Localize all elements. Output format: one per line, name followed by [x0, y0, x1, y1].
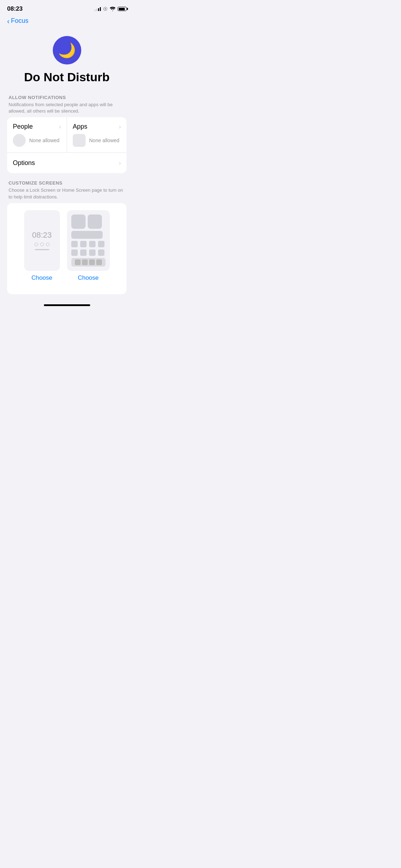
home-small-icon-6	[80, 249, 87, 256]
home-small-icon-7	[89, 249, 96, 256]
options-chevron-icon: ›	[119, 160, 121, 166]
home-icons-grid-2	[71, 249, 106, 256]
status-time: 08:23	[7, 5, 22, 12]
nav-bar: ‹ Focus	[0, 16, 134, 29]
screens-card: 08:23 Choose	[7, 203, 127, 294]
apps-chevron-icon: ›	[119, 124, 121, 130]
status-icons: ☉	[94, 6, 127, 12]
home-small-icon-5	[71, 249, 78, 256]
apps-info: None allowed	[73, 134, 121, 147]
dnd-title: Do Not Disturb	[24, 70, 110, 84]
lock-screen-preview-container: 08:23 Choose	[24, 210, 60, 281]
allow-notifications-title: ALLOW NOTIFICATIONS	[9, 95, 125, 100]
lock-screen-preview: 08:23	[24, 210, 60, 271]
home-small-icon-8	[98, 249, 104, 256]
back-label: Focus	[11, 17, 29, 25]
lock-line	[35, 249, 49, 250]
home-screen-preview	[67, 210, 110, 271]
home-icon-wide	[71, 231, 103, 239]
apps-label: Apps	[73, 123, 87, 130]
lock-time-display: 08:23	[32, 231, 52, 240]
home-screen-preview-container: Choose	[67, 210, 110, 281]
apps-cell-header: Apps ›	[73, 123, 121, 130]
notifications-row-split: People › None allowed Apps › None allowe…	[7, 117, 127, 153]
dnd-icon-container: 🌙	[53, 36, 81, 64]
apps-cell[interactable]: Apps › None allowed	[67, 117, 127, 153]
wifi-icon	[110, 7, 115, 11]
home-icons-grid-1	[71, 241, 106, 247]
apps-avatar	[73, 134, 86, 147]
content: ALLOW NOTIFICATIONS Notifications from s…	[0, 95, 134, 294]
dock-icon-2	[82, 259, 88, 265]
people-description: None allowed	[29, 138, 60, 143]
home-icon-large-2	[88, 215, 102, 229]
lock-dots	[35, 243, 50, 246]
back-button[interactable]: ‹ Focus	[7, 17, 29, 25]
apps-description: None allowed	[89, 138, 119, 143]
home-top-icons	[71, 215, 106, 229]
moon-icon: 🌙	[58, 42, 76, 59]
home-small-icon-1	[71, 241, 78, 247]
allow-notifications-subtitle: Notifications from selected people and a…	[9, 102, 125, 114]
customize-screens-title: CUSTOMIZE SCREENS	[9, 180, 125, 186]
dock-icon-4	[96, 259, 102, 265]
dock-icon-3	[89, 259, 95, 265]
people-cell-header: People ›	[13, 123, 61, 130]
header-section: 🌙 Do Not Disturb	[0, 29, 134, 95]
home-bar	[44, 304, 90, 306]
dock-icon-1	[75, 259, 81, 265]
options-label: Options	[13, 159, 35, 167]
home-small-icon-2	[80, 241, 87, 247]
notifications-card: People › None allowed Apps › None allowe…	[7, 117, 127, 173]
people-cell[interactable]: People › None allowed	[7, 117, 67, 153]
lock-screen-choose-button[interactable]: Choose	[31, 274, 52, 281]
home-small-icon-4	[98, 241, 104, 247]
customize-screens-section-header: CUSTOMIZE SCREENS Choose a Lock Screen o…	[7, 180, 127, 203]
status-bar: 08:23 ☉	[0, 0, 134, 16]
people-avatar	[13, 134, 26, 147]
home-dock	[71, 258, 106, 267]
lock-dot-1	[35, 243, 38, 246]
home-small-icon-3	[89, 241, 96, 247]
lock-dot-2	[40, 243, 44, 246]
lock-dot-3	[46, 243, 50, 246]
allow-notifications-section-header: ALLOW NOTIFICATIONS Notifications from s…	[7, 95, 127, 117]
people-label: People	[13, 123, 33, 130]
people-info: None allowed	[13, 134, 61, 147]
home-screen-choose-button[interactable]: Choose	[78, 274, 99, 281]
people-chevron-icon: ›	[59, 124, 61, 130]
screens-container: 08:23 Choose	[14, 210, 119, 281]
customize-screens-subtitle: Choose a Lock Screen or Home Screen page…	[9, 187, 125, 200]
home-icon-large-1	[71, 215, 86, 229]
home-indicator	[0, 301, 134, 308]
signal-icon	[94, 7, 101, 11]
wifi-icon: ☉	[103, 6, 108, 12]
back-chevron-icon: ‹	[7, 17, 10, 25]
customize-screens-section: CUSTOMIZE SCREENS Choose a Lock Screen o…	[7, 180, 127, 294]
options-row[interactable]: Options ›	[7, 153, 127, 173]
battery-icon	[118, 7, 127, 11]
